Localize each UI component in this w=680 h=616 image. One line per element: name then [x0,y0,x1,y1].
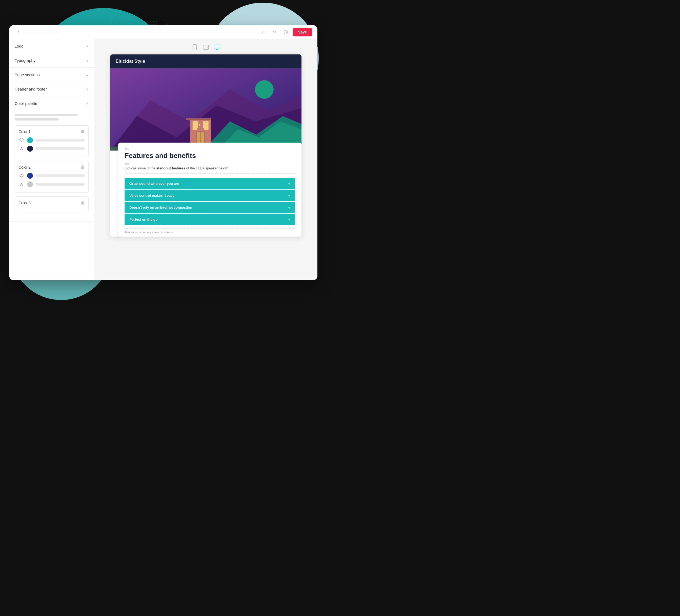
sidebar-section-logo-header[interactable]: Logo ∨ [9,39,94,53]
svg-point-11 [255,80,274,99]
fill-icon [19,137,24,143]
color-1-text-dot[interactable] [27,146,33,152]
accordion-list: Great sound wherever you are ∨ Voice con… [124,178,295,225]
sidebar-logo-label: Logo [15,44,23,48]
svg-rect-5 [214,45,220,49]
content-title: Features and benefits [124,152,295,160]
back-button[interactable]: ‹ [15,28,22,36]
chevron-down-icon: ∨ [86,58,89,62]
sidebar-typography-label: Typography [15,58,35,63]
chevron-down-icon: ∨ [288,182,290,185]
color-2-text-value [36,183,85,185]
color-1-text-value [36,147,85,150]
history-button[interactable] [282,28,290,36]
fill-icon [19,173,24,179]
chevron-down-icon: ∨ [86,87,89,91]
color-card-1: Color 1 🗑 [15,125,89,157]
color-2-bg-dot[interactable] [27,173,33,179]
top-bar-left: ‹ ────────────── [15,28,59,36]
color-1-text-row: A [19,146,85,152]
sidebar-section-typography-header[interactable]: Typography ∨ [9,53,94,67]
chevron-down-icon: ∨ [86,73,89,77]
color-2-bg-row [19,173,85,179]
app-window: ‹ ────────────── ↩ ↪ Save Logo ∨ [9,25,317,280]
sidebar-section-header-footer-header[interactable]: Header and footer ∨ [9,82,94,96]
color-card-3-header: Color 3 🗑 [19,201,85,205]
top-bar: ‹ ────────────── ↩ ↪ Save [9,25,317,39]
mobile-view-button[interactable] [191,45,198,50]
delete-color-2-button[interactable]: 🗑 [81,165,85,170]
color-card-2-header: Color 2 🗑 [19,165,85,170]
color-1-bg-row [19,137,85,143]
svg-point-23 [199,124,200,125]
sidebar-section-header-footer: Header and footer ∨ [9,82,94,96]
text-icon: A [19,181,24,187]
content-text: Explore some of the standout features of… [124,166,295,174]
elucidat-style-title: Elucidat Style [116,59,145,64]
palette-desc-line-2 [15,118,59,121]
accordion-item-1-label: Voice control makes it easy [130,194,174,198]
chevron-down-icon: ∨ [86,44,89,48]
illustration-area [110,68,302,151]
color-2-bg-value [36,174,85,177]
sidebar-section-logo: Logo ∨ [9,39,94,53]
redo-button[interactable]: ↪ [271,28,279,36]
delete-color-3-button[interactable]: 🗑 [81,201,85,205]
color-1-title: Color 1 [19,129,31,134]
delete-color-1-button[interactable]: 🗑 [81,129,85,134]
color-card-2: Color 2 🗑 [15,161,89,193]
sidebar-section-page-sections-header[interactable]: Page sections ∨ [9,68,94,82]
sidebar: Logo ∨ Typography ∨ Page sections ∨ [9,39,94,280]
chevron-down-icon: ∨ [288,206,290,209]
elucidat-header: Elucidat Style [110,54,302,68]
content-card: Title Features and benefits Text Explore… [118,143,302,237]
sidebar-section-color-palette-header[interactable]: Color palette ∧ [9,96,94,111]
preview-frame: Elucidat Style [110,54,302,237]
accordion-item-0[interactable]: Great sound wherever you are ∨ [124,178,295,189]
color-card-1-header: Color 1 🗑 [19,129,85,134]
title-label: Title [124,148,295,151]
accordion-item-1[interactable]: Voice control makes it easy ∨ [124,190,295,201]
text-pre: Explore some of the [124,166,156,170]
text-post: of the FLEX speaker below. [185,166,228,170]
color-1-bg-value [36,139,85,142]
sidebar-color-palette-label: Color palette [15,101,37,106]
accordion-item-2-label: Doesn't rely on an internet connection [130,206,192,209]
color-1-bg-dot[interactable] [27,137,33,143]
main-content: Logo ∨ Typography ∨ Page sections ∨ [9,39,317,280]
chevron-down-icon: ∨ [288,218,290,222]
desktop-view-button[interactable] [214,45,221,50]
breadcrumb: ────────────── [24,30,59,34]
text-icon: A [19,146,24,152]
color-2-text-dot[interactable] [27,181,33,187]
color-palette-content: Color 1 🗑 [9,111,94,222]
sidebar-section-typography: Typography ∨ [9,53,94,68]
text-bold: standout features [156,166,185,170]
svg-marker-18 [186,118,211,120]
color-2-text-row: A [19,181,85,187]
sidebar-header-footer-label: Header and footer [15,87,47,91]
accordion-item-0-label: Great sound wherever you are [130,182,179,185]
chevron-up-icon: ∧ [86,101,89,106]
undo-button[interactable]: ↩ [259,28,268,36]
text-label: Text [124,163,295,166]
accordion-item-3-label: Perfect on the go [130,217,158,222]
preview-area: Elucidat Style [94,39,317,280]
sidebar-section-page-sections: Page sections ∨ [9,68,94,82]
chevron-down-icon: ∨ [288,194,290,198]
accordion-item-2[interactable]: Doesn't rely on an internet connection ∨ [124,202,295,213]
after-interaction-text: Text shown after any interaction items [124,228,295,234]
palette-desc-line-1 [15,114,78,116]
top-bar-right: ↩ ↪ Save [259,28,312,36]
color-3-title: Color 3 [19,201,31,205]
color-card-3: Color 3 🗑 [15,197,89,212]
tablet-view-button[interactable] [202,45,209,50]
color-2-title: Color 2 [19,165,31,169]
accordion-item-3[interactable]: Perfect on the go ∨ [124,214,295,225]
device-toolbar [191,45,221,50]
save-button[interactable]: Save [293,28,312,36]
sidebar-page-sections-label: Page sections [15,72,39,77]
sidebar-section-color-palette: Color palette ∧ Color 1 🗑 [9,96,94,222]
